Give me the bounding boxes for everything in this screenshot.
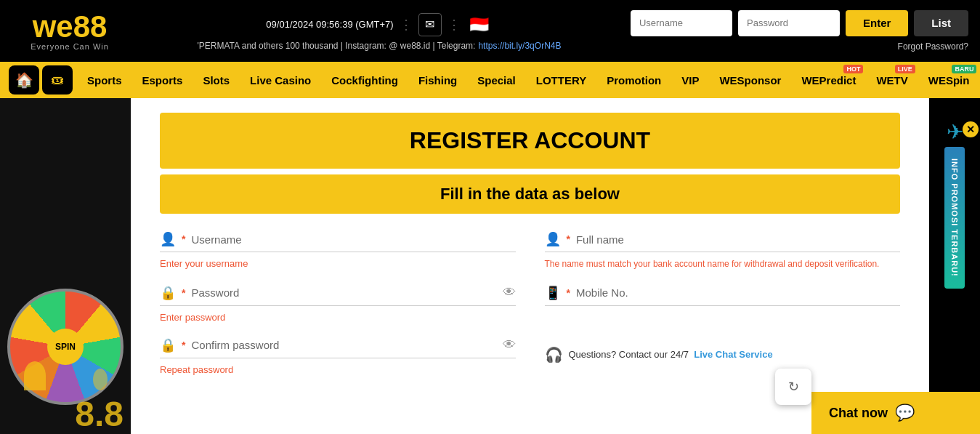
live-chat-link[interactable]: Live Chat Service	[694, 349, 772, 360]
live-badge: LIVE	[895, 65, 915, 73]
ticket-button[interactable]: 🎟	[42, 65, 73, 95]
password-input[interactable]	[738, 10, 840, 36]
nav-wesponsor[interactable]: WESponsor	[710, 62, 790, 98]
promo-banner[interactable]: INFO PROMOSI TERBARU!	[944, 147, 965, 289]
logo-88: 88	[73, 9, 108, 44]
register-title: REGISTER ACCOUNT	[160, 113, 900, 169]
contact-row: 🎧 Questions? Contact our 24/7 Live Chat …	[545, 346, 901, 363]
nav-live-casino[interactable]: Live Casino	[241, 62, 320, 98]
confirm-password-group: 🔒 * Confirm password 👁 Repeat password	[160, 337, 516, 375]
nav-promotion[interactable]: Promotion	[598, 62, 670, 98]
support-icon: 🎧	[545, 346, 563, 363]
password-label: Password	[191, 286, 239, 299]
sidebar-right: ✕ ✈ INFO PROMOSI TERBARU!	[929, 98, 980, 434]
nav-wespin[interactable]: WESpin BARU	[920, 62, 979, 98]
email-icon-button[interactable]: ✉	[418, 13, 442, 36]
password-hint: Enter password	[160, 312, 516, 323]
nav-slots[interactable]: Slots	[194, 62, 238, 98]
fullname-label-row: 👤 * Full name	[545, 231, 901, 252]
username-hint: Enter your username	[160, 258, 516, 269]
recaptcha-icon: ↻	[788, 379, 799, 395]
hot-badge: HOT	[843, 65, 863, 73]
mobile-group: 📱 * Mobile No.	[545, 285, 901, 323]
recaptcha-widget: ↻	[775, 369, 811, 405]
header-ticker: 'PERMATA and others 100 thousand | Insta…	[198, 41, 562, 51]
register-subtitle: Fill in the data as below	[160, 174, 900, 214]
mobile-label: Mobile No.	[576, 286, 628, 299]
fullname-group: 👤 * Full name The name must match your b…	[545, 231, 901, 270]
forgot-password-link[interactable]: Forgot Password?	[898, 41, 968, 52]
ticker-link[interactable]: https://bit.ly/3qOrN4B	[478, 41, 561, 51]
nav-cockfighting[interactable]: Cockfighting	[323, 62, 407, 98]
username-group: 👤 * Username Enter your username	[160, 231, 516, 270]
enter-button[interactable]: Enter	[846, 10, 908, 36]
password-group: 🔒 * Password 👁 Enter password	[160, 285, 516, 323]
username-input[interactable]	[631, 10, 732, 36]
confirm-password-hint: Repeat password	[160, 364, 516, 375]
baru-badge: BARU	[952, 65, 976, 73]
promo-close-button[interactable]: ✕	[963, 121, 979, 137]
nav-wepredict[interactable]: WEPredict HOT	[793, 62, 864, 98]
username-label: Username	[191, 233, 241, 246]
logo-we: we	[33, 9, 73, 44]
coin-decoration	[24, 361, 46, 390]
password-label-row: 🔒 * Password 👁	[160, 285, 516, 306]
mobile-label-row: 📱 * Mobile No.	[545, 285, 901, 306]
username-label-row: 👤 * Username	[160, 231, 516, 252]
home-button[interactable]: 🏠	[9, 65, 39, 95]
contact-group: 🎧 Questions? Contact our 24/7 Live Chat …	[545, 337, 901, 375]
nav-lottery[interactable]: LOTTERY	[527, 62, 595, 98]
coin-decoration2	[93, 369, 108, 390]
nav-sports[interactable]: Sports	[78, 62, 131, 98]
nav-fishing[interactable]: Fishing	[410, 62, 466, 98]
nav-wetv[interactable]: WETV LIVE	[867, 62, 916, 98]
confirm-password-label: Confirm password	[191, 339, 279, 351]
datetime-text: 09/01/2024 09:56:39 (GMT+7)	[266, 19, 393, 30]
spin-button[interactable]: SPIN	[47, 329, 84, 365]
chat-label: Chat now	[829, 406, 888, 421]
fullname-hint: The name must match your bank account na…	[545, 258, 901, 270]
header: we88 Everyone Can Win 09/01/2024 09:56:3…	[0, 0, 980, 62]
phone-icon: 📱	[545, 285, 561, 301]
logo: we88 Everyone Can Win	[12, 12, 128, 51]
header-center: 09/01/2024 09:56:39 (GMT+7) ⋮ ✉ ⋮ 🇮🇩 'PE…	[139, 12, 619, 51]
contact-text: Questions? Contact our 24/7 Live Chat Se…	[569, 349, 773, 360]
list-button[interactable]: List	[914, 10, 968, 36]
header-auth: Enter List Forgot Password?	[631, 10, 968, 52]
eye-icon-confirm[interactable]: 👁	[503, 337, 516, 353]
dots2-icon: ⋮	[448, 17, 461, 33]
auth-inputs: Enter List	[631, 10, 968, 36]
main: SPIN 8.8 REGISTER ACCOUNT Fill in the da…	[0, 98, 980, 434]
logo-text: we88	[33, 12, 108, 42]
person2-icon: 👤	[545, 231, 561, 247]
lock-icon: 🔒	[160, 285, 176, 301]
logo-sub: Everyone Can Win	[31, 42, 109, 51]
telegram-icon: ✈	[947, 120, 963, 144]
nav-vip[interactable]: VIP	[673, 62, 708, 98]
sidebar-left: SPIN 8.8	[0, 98, 131, 434]
nav-special[interactable]: Special	[469, 62, 525, 98]
fullname-label: Full name	[576, 233, 624, 246]
chat-now-button[interactable]: Chat now 💬	[811, 392, 980, 434]
header-datetime: 09/01/2024 09:56:39 (GMT+7) ⋮ ✉ ⋮ 🇮🇩	[266, 12, 492, 38]
register-form: 👤 * Username Enter your username 👤 * Ful…	[160, 231, 900, 375]
ticker-text: 'PERMATA and others 100 thousand | Insta…	[198, 41, 476, 51]
navigation: 🏠 🎟 Sports Esports Slots Live Casino Coc…	[0, 62, 980, 98]
questions-text: Questions? Contact our 24/7	[569, 349, 689, 360]
dots-icon: ⋮	[400, 17, 413, 33]
eye-icon-password[interactable]: 👁	[503, 285, 516, 300]
confirm-password-label-row: 🔒 * Confirm password 👁	[160, 337, 516, 358]
nav-esports[interactable]: Esports	[134, 62, 192, 98]
decoration-88: 8.8	[75, 394, 123, 434]
flag-icon: 🇮🇩	[466, 12, 493, 38]
chat-icon: 💬	[895, 403, 915, 422]
person-icon: 👤	[160, 231, 176, 247]
lock2-icon: 🔒	[160, 337, 176, 353]
